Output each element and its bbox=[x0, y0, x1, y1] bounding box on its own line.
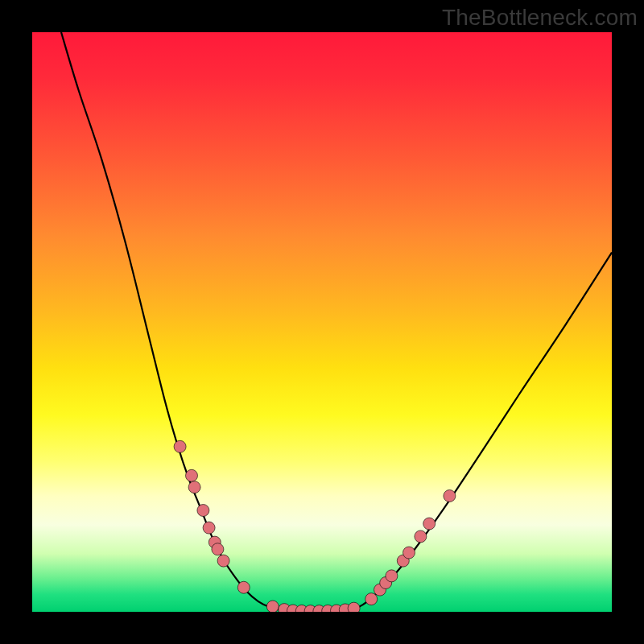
data-marker bbox=[386, 570, 398, 582]
data-marker bbox=[197, 505, 209, 517]
data-marker bbox=[174, 440, 186, 452]
data-marker bbox=[415, 530, 427, 543]
data-marker bbox=[365, 593, 378, 605]
data-marker bbox=[348, 602, 360, 612]
data-marker bbox=[423, 518, 436, 530]
data-marker bbox=[403, 547, 415, 559]
data-marker bbox=[237, 581, 250, 593]
data-marker bbox=[203, 522, 215, 534]
data-marker bbox=[266, 601, 279, 612]
chart-svg bbox=[32, 32, 612, 612]
plot-area bbox=[32, 32, 612, 612]
watermark-text: TheBottleneck.com bbox=[442, 5, 638, 31]
marker-group bbox=[174, 440, 456, 612]
bottleneck-curve bbox=[61, 32, 612, 611]
data-marker bbox=[444, 490, 456, 502]
data-marker bbox=[212, 543, 224, 555]
data-marker bbox=[217, 555, 229, 567]
data-marker bbox=[186, 469, 198, 481]
data-marker bbox=[188, 481, 200, 493]
chart-stage: TheBottleneck.com bbox=[0, 0, 644, 644]
